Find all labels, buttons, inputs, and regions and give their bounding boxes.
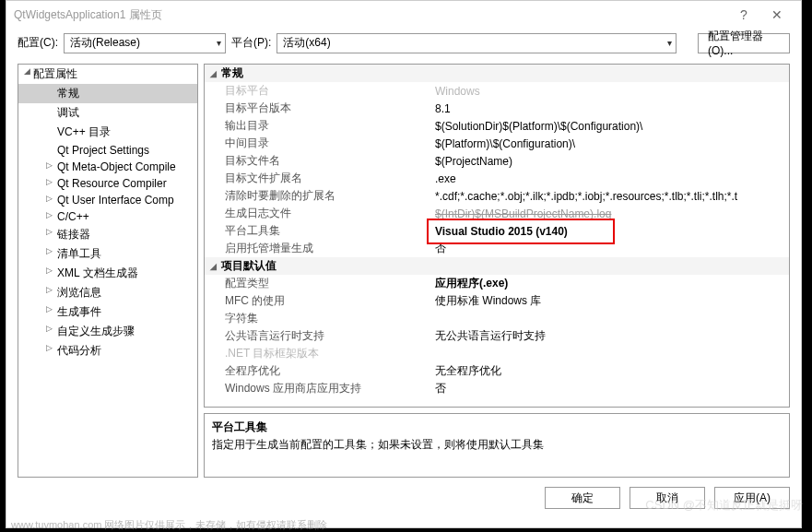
tree-item[interactable]: ▷代码分析 [18, 341, 197, 361]
property-group[interactable]: ◢常规 [205, 65, 789, 82]
tree-item-label: Qt User Interface Comp [57, 194, 174, 207]
property-row[interactable]: 启用托管增量生成否 [205, 240, 789, 257]
property-row[interactable]: 公共语言运行时支持无公共语言运行时支持 [205, 327, 789, 345]
tree-item[interactable]: ▷Qt User Interface Comp [18, 192, 197, 208]
property-row[interactable]: 输出目录$(SolutionDir)$(Platform)\$(Configur… [205, 117, 789, 135]
property-name: Windows 应用商店应用支持 [205, 381, 433, 396]
expand-icon[interactable]: ▷ [44, 304, 53, 313]
expand-icon[interactable]: ▷ [44, 343, 53, 352]
property-value[interactable]: 应用程序(.exe) [433, 276, 789, 291]
property-value[interactable]: 否 [433, 241, 789, 256]
tree-item[interactable]: 常规 [18, 84, 197, 103]
expand-icon[interactable]: ▷ [44, 266, 53, 275]
property-name: 全程序优化 [205, 363, 433, 379]
property-value[interactable]: Visual Studio 2015 (v140) [433, 225, 789, 238]
apply-button[interactable]: 应用(A) [714, 487, 790, 509]
property-value[interactable]: *.cdf;*.cache;*.obj;*.ilk;*.ipdb;*.iobj;… [433, 190, 789, 203]
property-row[interactable]: Windows 应用商店应用支持否 [205, 380, 789, 397]
collapse-icon[interactable]: ◢ [205, 262, 221, 271]
expand-icon[interactable]: ▷ [44, 227, 53, 236]
body: ◢配置属性常规调试VC++ 目录Qt Project Settings▷Qt M… [6, 58, 801, 478]
tree-item-label: 生成事件 [57, 305, 101, 318]
help-button[interactable]: ? [727, 7, 760, 22]
property-value[interactable]: 8.1 [433, 102, 789, 115]
expand-icon[interactable]: ▷ [44, 210, 53, 219]
property-page-window: QtWidgetsApplication1 属性页 ? ✕ 配置(C): 活动(… [6, 0, 802, 528]
tree-root[interactable]: ◢配置属性 [18, 65, 197, 84]
property-name: 公共语言运行时支持 [205, 328, 433, 344]
tree-item[interactable]: ▷浏览信息 [18, 283, 197, 302]
property-value[interactable]: 无全程序优化 [433, 363, 789, 379]
property-row[interactable]: 清除时要删除的扩展名*.cdf;*.cache;*.obj;*.ilk;*.ip… [205, 187, 789, 205]
property-value[interactable]: 使用标准 Windows 库 [433, 293, 789, 309]
bottom-disclaimer: www.tuvmohan.com 网络图片仅供展示，未存储，如有侵权请联系删除 [11, 518, 327, 532]
tree-item-label: 自定义生成步骤 [57, 325, 135, 337]
property-value[interactable]: $(Platform)\$(Configuration)\ [433, 137, 789, 150]
expand-icon[interactable]: ▷ [44, 177, 53, 186]
property-row[interactable]: 字符集 [205, 310, 789, 327]
expand-icon[interactable]: ▷ [44, 246, 53, 255]
property-name: .NET 目标框架版本 [205, 346, 433, 361]
tree-item[interactable]: ▷自定义生成步骤 [18, 322, 197, 341]
titlebar: QtWidgetsApplication1 属性页 ? ✕ [6, 1, 801, 29]
property-name: 目标文件名 [205, 153, 433, 169]
platform-dropdown[interactable]: 活动(x64) [277, 33, 677, 53]
tree-item[interactable]: ▷生成事件 [18, 302, 197, 322]
property-group[interactable]: ◢项目默认值 [205, 257, 789, 275]
property-name: 输出目录 [205, 118, 433, 134]
property-grid[interactable]: ◢常规目标平台Windows目标平台版本8.1输出目录$(SolutionDir… [204, 64, 790, 408]
property-value[interactable]: $(SolutionDir)$(Platform)\$(Configuratio… [433, 120, 789, 133]
property-value[interactable]: $(IntDir)$(MSBuildProjectName).log [433, 207, 789, 220]
tree-item[interactable]: ▷清单工具 [18, 244, 197, 264]
property-name: 字符集 [205, 311, 433, 326]
property-row[interactable]: 目标文件扩展名.exe [205, 170, 789, 187]
expand-icon[interactable]: ▷ [44, 285, 53, 294]
tree-item[interactable]: ▷XML 文档生成器 [18, 264, 197, 283]
config-value: 活动(Release) [70, 35, 140, 51]
tree-item[interactable]: ▷Qt Meta-Object Compile [18, 159, 197, 175]
property-value[interactable]: $(ProjectName) [433, 155, 789, 168]
config-tree[interactable]: ◢配置属性常规调试VC++ 目录Qt Project Settings▷Qt M… [18, 64, 198, 478]
tree-item[interactable]: VC++ 目录 [18, 123, 197, 142]
property-value[interactable]: 否 [433, 381, 789, 396]
property-value[interactable]: Windows [433, 85, 789, 98]
tree-item[interactable]: ▷C/C++ [18, 208, 197, 225]
tree-item[interactable]: Qt Project Settings [18, 142, 197, 159]
property-row[interactable]: 目标平台Windows [205, 82, 789, 100]
property-row[interactable]: MFC 的使用使用标准 Windows 库 [205, 292, 789, 310]
property-row[interactable]: 中间目录$(Platform)\$(Configuration)\ [205, 135, 789, 152]
property-value[interactable]: 无公共语言运行时支持 [433, 328, 789, 344]
config-dropdown[interactable]: 活动(Release) [64, 33, 226, 53]
property-row[interactable]: 目标平台版本8.1 [205, 100, 789, 117]
footer: 确定 取消 应用(A) [6, 478, 801, 518]
expand-icon[interactable]: ▷ [44, 160, 53, 170]
close-button[interactable]: ✕ [760, 7, 794, 22]
tree-item[interactable]: ▷链接器 [18, 225, 197, 244]
property-value[interactable]: .exe [433, 172, 789, 185]
group-label: 常规 [221, 65, 243, 81]
property-row[interactable]: 生成日志文件$(IntDir)$(MSBuildProjectName).log [205, 205, 789, 222]
tree-item[interactable]: ▷Qt Resource Compiler [18, 175, 197, 192]
cancel-button[interactable]: 取消 [630, 487, 705, 509]
expand-icon[interactable]: ◢ [22, 66, 31, 76]
ok-button[interactable]: 确定 [545, 487, 620, 509]
property-row[interactable]: 平台工具集Visual Studio 2015 (v140) [205, 222, 789, 240]
tree-item-label: 清单工具 [57, 247, 101, 260]
expand-icon[interactable]: ▷ [44, 194, 53, 203]
tree-item-label: VC++ 目录 [57, 125, 111, 138]
config-manager-button[interactable]: 配置管理器(O)... [698, 33, 790, 53]
property-row[interactable]: 配置类型应用程序(.exe) [205, 275, 789, 292]
tree-item-label: 常规 [57, 87, 79, 100]
collapse-icon[interactable]: ◢ [205, 69, 221, 78]
tree-item-label: 调试 [57, 106, 79, 119]
property-row[interactable]: 全程序优化无全程序优化 [205, 362, 789, 380]
tree-item-label: Qt Meta-Object Compile [57, 160, 176, 173]
expand-icon[interactable]: ▷ [44, 324, 53, 333]
property-name: 目标文件扩展名 [205, 171, 433, 186]
property-row[interactable]: .NET 目标框架版本 [205, 345, 789, 362]
tree-item[interactable]: 调试 [18, 103, 197, 123]
property-name: 目标平台 [205, 83, 433, 99]
property-row[interactable]: 目标文件名$(ProjectName) [205, 152, 789, 170]
tree-item-label: 代码分析 [57, 344, 101, 357]
property-name: 平台工具集 [205, 223, 433, 239]
